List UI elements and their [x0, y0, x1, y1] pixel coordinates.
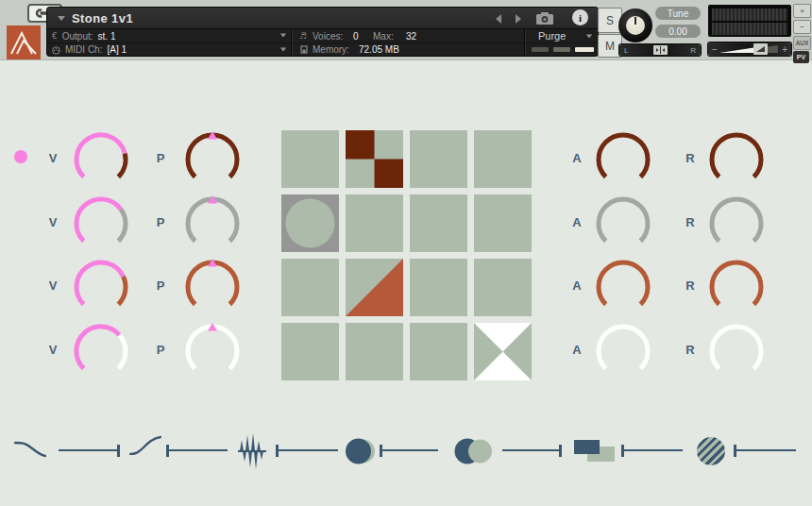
- output-dropdown-icon[interactable]: [280, 34, 286, 38]
- purge-dropdown-icon[interactable]: [586, 35, 592, 39]
- grid-cell-r4c2[interactable]: [346, 323, 403, 380]
- effect-slider-5[interactable]: [502, 445, 562, 457]
- release-knob-label: R: [682, 215, 699, 229]
- voices-value: 0: [353, 31, 359, 42]
- grid-cell-r4c4[interactable]: [474, 323, 532, 380]
- effect-slider-handle[interactable]: [166, 445, 169, 457]
- midi-dropdown-icon[interactable]: [280, 48, 286, 52]
- pan-knob-row3[interactable]: [182, 257, 243, 317]
- voices-icon: ♬: [299, 31, 307, 41]
- instrument-panel: VPARVPARVPARVPAR: [0, 0, 812, 506]
- effect-slider-handle[interactable]: [559, 445, 562, 457]
- aux-button[interactable]: AUX: [793, 36, 811, 50]
- release-knob-row4[interactable]: [706, 321, 767, 381]
- effect-slider-2[interactable]: [166, 445, 228, 457]
- collapse-chevron-icon[interactable]: [58, 16, 65, 21]
- grid-cell-r3c3[interactable]: [410, 259, 467, 316]
- pan-knob-row1[interactable]: [182, 129, 243, 190]
- output-value[interactable]: st. 1: [98, 31, 116, 42]
- volume-knob-row2[interactable]: [71, 194, 131, 254]
- pan-knob-label: P: [152, 278, 169, 293]
- grid-cell-r4c3[interactable]: [410, 323, 467, 380]
- tune-value[interactable]: 0.00: [655, 25, 701, 38]
- pan-left-label: L: [624, 46, 628, 55]
- effect-slider-4[interactable]: [380, 445, 438, 457]
- kontakt-instrument-window: Stone 1v1 i € Output: st. 1 ♬ Voices:: [0, 0, 812, 506]
- led-bar: [553, 47, 570, 52]
- volume-plus-label: +: [782, 44, 787, 55]
- grid-cell-r1c3[interactable]: [410, 130, 467, 188]
- instrument-title-row: Stone 1v1 i: [47, 8, 598, 29]
- circle-pattern-icon: [281, 194, 339, 252]
- attack-knob-row2[interactable]: [593, 194, 653, 254]
- active-layer-led: [14, 150, 27, 163]
- grid-cell-r1c4[interactable]: [474, 130, 532, 188]
- grid-cell-r2c4[interactable]: [474, 194, 532, 252]
- volume-minus-label: −: [712, 44, 718, 55]
- attack-knob-label: A: [568, 278, 585, 293]
- memory-label: Memory:: [313, 44, 349, 55]
- pv-button[interactable]: PV: [793, 51, 809, 63]
- release-knob-row2[interactable]: [706, 194, 767, 254]
- effect-slider-handle[interactable]: [276, 445, 279, 457]
- snapshot-camera-icon[interactable]: [533, 11, 557, 25]
- tune-knob-pointer: [634, 17, 636, 25]
- volume-knob-label: V: [44, 215, 61, 229]
- effect-slider-track[interactable]: [502, 449, 562, 451]
- pan-knob-row4[interactable]: [182, 321, 243, 381]
- effect-slider-track[interactable]: [59, 449, 120, 451]
- effect-slider-handle[interactable]: [734, 445, 736, 457]
- effect-slider-track[interactable]: [621, 449, 683, 451]
- volume-knob-row4[interactable]: [71, 321, 131, 381]
- effect-slider-6[interactable]: [621, 445, 683, 457]
- effect-slider-1[interactable]: [59, 445, 120, 457]
- volume-handle[interactable]: [753, 43, 768, 55]
- tune-knob[interactable]: [618, 8, 652, 42]
- midi-value[interactable]: [A] 1: [107, 44, 127, 55]
- effect-slider-handle[interactable]: [621, 445, 624, 457]
- header-divider: [291, 29, 292, 56]
- release-knob-row3[interactable]: [706, 257, 767, 317]
- grid-cell-r1c1[interactable]: [281, 130, 339, 188]
- memory-value: 72.05 MB: [359, 44, 399, 55]
- triangle-pattern-icon: [346, 259, 403, 316]
- grid-cell-r2c2[interactable]: [346, 194, 403, 252]
- info-icon[interactable]: i: [572, 9, 588, 25]
- effect-slider-handle[interactable]: [380, 445, 382, 457]
- release-knob-label: R: [682, 278, 699, 293]
- effect-slider-track[interactable]: [166, 449, 228, 451]
- pan-knob-row2[interactable]: [182, 194, 243, 254]
- volume-slider[interactable]: − +: [708, 42, 791, 56]
- close-button[interactable]: ×: [793, 4, 811, 18]
- effect-slider-7[interactable]: [734, 445, 796, 457]
- pan-knob-label: P: [152, 151, 169, 165]
- header-divider: [524, 29, 525, 56]
- next-instrument-icon[interactable]: [516, 14, 521, 24]
- attack-knob-row1[interactable]: [593, 129, 653, 190]
- release-knob-row1[interactable]: [706, 129, 767, 190]
- volume-knob-row3[interactable]: [71, 257, 131, 317]
- effect-slider-track[interactable]: [734, 449, 796, 451]
- prev-instrument-icon[interactable]: [496, 14, 501, 24]
- highpass-curve-icon: [129, 434, 161, 455]
- grid-cell-r2c1[interactable]: [281, 194, 339, 252]
- grid-cell-r1c2[interactable]: [346, 130, 403, 188]
- grid-cell-r4c1[interactable]: [281, 323, 339, 380]
- pan-slider[interactable]: L R: [619, 44, 701, 56]
- attack-knob-row4[interactable]: [593, 321, 653, 381]
- header-row-midi: MIDI Ch: [A] 1 Memory: 72.05 MB: [47, 43, 598, 56]
- grid-cell-r2c3[interactable]: [410, 194, 467, 252]
- grid-cell-r3c4[interactable]: [474, 259, 532, 316]
- effect-slider-track[interactable]: [380, 449, 438, 451]
- grid-cell-r3c2[interactable]: [346, 259, 403, 316]
- attack-knob-row3[interactable]: [593, 257, 653, 317]
- minimize-button[interactable]: −: [793, 20, 811, 34]
- effect-slider-3[interactable]: [276, 445, 338, 457]
- effect-slider-handle[interactable]: [117, 445, 120, 457]
- led-bar: [575, 47, 594, 52]
- grid-cell-r3c1[interactable]: [281, 259, 339, 316]
- purge-button[interactable]: Purge: [538, 30, 566, 42]
- effect-slider-track[interactable]: [276, 449, 338, 451]
- volume-knob-row1[interactable]: [71, 129, 131, 190]
- pan-handle[interactable]: [653, 45, 668, 55]
